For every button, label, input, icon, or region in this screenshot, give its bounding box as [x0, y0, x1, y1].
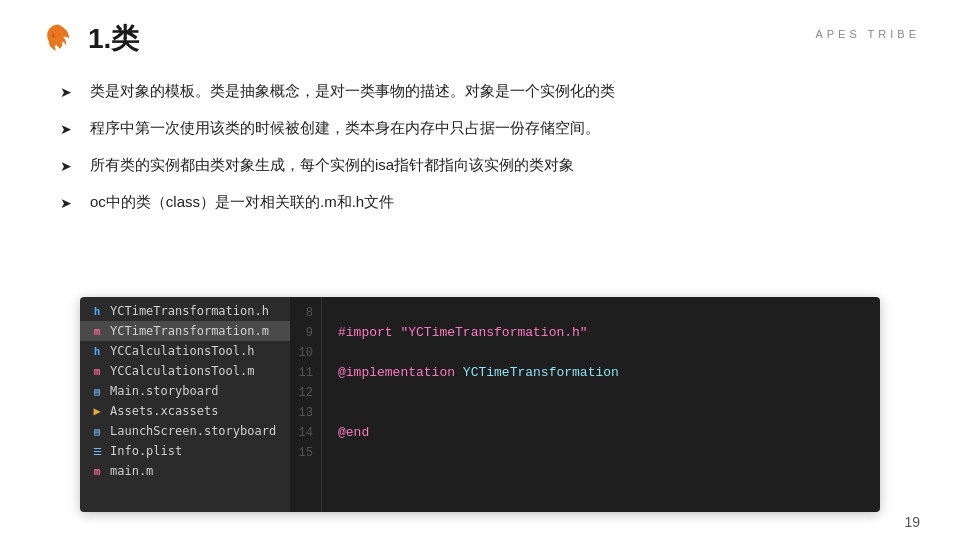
code-line-11: @implementation YCTimeTransformation [338, 363, 864, 383]
page-title: 1.类 [88, 20, 139, 58]
plist-icon: ☰ [90, 444, 104, 458]
line-num-15: 15 [290, 443, 313, 463]
bullet-text-4: oc中的类（class）是一对相关联的.m和.h文件 [90, 191, 394, 214]
file-item-yctimetransformation-h[interactable]: h YCTimeTransformation.h [80, 301, 290, 321]
file-item-assets[interactable]: ▶ Assets.xcassets [80, 401, 290, 421]
code-line-10 [338, 343, 864, 363]
code-line-13 [338, 403, 864, 423]
classname-label: YCTimeTransformation [463, 365, 619, 380]
file-name: YCCalculationsTool.h [110, 344, 255, 358]
bullet-item-4: ➤ oc中的类（class）是一对相关联的.m和.h文件 [60, 191, 920, 214]
file-item-main-m[interactable]: m main.m [80, 461, 290, 481]
code-line-14: @end [338, 423, 864, 443]
bullet-arrow-4: ➤ [60, 193, 76, 214]
bullet-item-2: ➤ 程序中第一次使用该类的时候被创建，类本身在内存中只占据一份存储空间。 [60, 117, 920, 140]
file-name: YCTimeTransformation.m [110, 324, 269, 338]
file-name: Info.plist [110, 444, 182, 458]
bullet-text-1: 类是对象的模板。类是抽象概念，是对一类事物的描述。对象是一个实例化的类 [90, 80, 615, 103]
line-num-10: 10 [290, 343, 313, 363]
m-file-icon-3: m [90, 464, 104, 478]
line-numbers: 8 9 10 11 12 13 14 15 [290, 297, 322, 512]
file-name: YCCalculationsTool.m [110, 364, 255, 378]
bullet-arrow-2: ➤ [60, 119, 76, 140]
code-line-15 [338, 443, 864, 463]
page-number: 19 [904, 514, 920, 530]
file-item-yctimetransformation-m[interactable]: m YCTimeTransformation.m [80, 321, 290, 341]
code-editor: 8 9 10 11 12 13 14 15 #import "YCTimeTra… [290, 297, 880, 512]
storyboard-icon: ▤ [90, 384, 104, 398]
bullet-arrow-1: ➤ [60, 82, 76, 103]
file-item-main-storyboard[interactable]: ▤ Main.storyboard [80, 381, 290, 401]
file-name: YCTimeTransformation.h [110, 304, 269, 318]
keyword-end: @end [338, 425, 369, 440]
code-line-9: #import "YCTimeTransformation.h" [338, 323, 864, 343]
content-area: ➤ 类是对象的模板。类是抽象概念，是对一类事物的描述。对象是一个实例化的类 ➤ … [60, 80, 920, 228]
file-name: Assets.xcassets [110, 404, 218, 418]
string-literal: "YCTimeTransformation.h" [400, 325, 587, 340]
line-num-13: 13 [290, 403, 313, 423]
file-name: main.m [110, 464, 153, 478]
bullet-item-1: ➤ 类是对象的模板。类是抽象概念，是对一类事物的描述。对象是一个实例化的类 [60, 80, 920, 103]
file-tree: h YCTimeTransformation.h m YCTimeTransfo… [80, 297, 290, 512]
code-line-8 [338, 303, 864, 323]
storyboard-icon-2: ▤ [90, 424, 104, 438]
m-file-icon: m [90, 324, 104, 338]
bullet-text-2: 程序中第一次使用该类的时候被创建，类本身在内存中只占据一份存储空间。 [90, 117, 600, 140]
line-num-12: 12 [290, 383, 313, 403]
file-item-info-plist[interactable]: ☰ Info.plist [80, 441, 290, 461]
h-file-icon: h [90, 304, 104, 318]
folder-icon: ▶ [90, 404, 104, 418]
file-item-yccalculationstool-h[interactable]: h YCCalculationsTool.h [80, 341, 290, 361]
line-num-8: 8 [290, 303, 313, 323]
bullet-item-3: ➤ 所有类的实例都由类对象生成，每个实例的isa指针都指向该实例的类对象 [60, 154, 920, 177]
line-num-14: 14 [290, 423, 313, 443]
brand-text: APES TRIBE [815, 28, 920, 40]
code-content[interactable]: #import "YCTimeTransformation.h" @implem… [322, 297, 880, 512]
m-file-icon-2: m [90, 364, 104, 378]
line-num-9: 9 [290, 323, 313, 343]
file-item-launchscreen[interactable]: ▤ LaunchScreen.storyboard [80, 421, 290, 441]
file-name: Main.storyboard [110, 384, 218, 398]
file-item-yccalculationstool-m[interactable]: m YCCalculationsTool.m [80, 361, 290, 381]
bullet-text-3: 所有类的实例都由类对象生成，每个实例的isa指针都指向该实例的类对象 [90, 154, 574, 177]
logo-icon [40, 21, 76, 57]
line-num-11: 11 [290, 363, 313, 383]
h-file-icon-2: h [90, 344, 104, 358]
bullet-arrow-3: ➤ [60, 156, 76, 177]
code-line-12 [338, 383, 864, 403]
keyword-import: #import [338, 325, 400, 340]
header: 1.类 APES TRIBE [40, 20, 920, 58]
keyword-implementation: @implementation [338, 365, 463, 380]
ide-container: h YCTimeTransformation.h m YCTimeTransfo… [80, 297, 880, 512]
file-name: LaunchScreen.storyboard [110, 424, 276, 438]
